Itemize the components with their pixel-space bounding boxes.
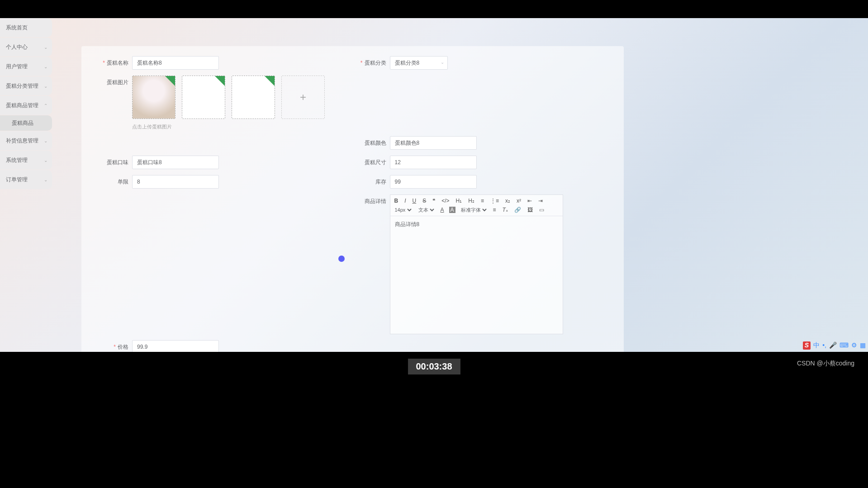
sidebar-item-cake-category[interactable]: 蛋糕分类管理⌄ <box>0 76 52 95</box>
chevron-down-icon: ⌄ <box>44 138 47 143</box>
sidebar-item-label: 蛋糕商品 <box>12 119 33 127</box>
editor-toolbar: B I U S ❝ </> H₁ H₂ ≡ ⋮≡ x₂ x² ⇤ ⇥ <box>390 195 563 216</box>
sidebar-item-system[interactable]: 系统管理⌄ <box>0 151 52 170</box>
sidebar-item-label: 订单管理 <box>6 176 28 184</box>
image-icon[interactable]: 🖼 <box>526 206 534 214</box>
chevron-up-icon: ⌃ <box>44 103 47 108</box>
format-select[interactable]: 文本 <box>417 207 436 213</box>
sidebar-item-label: 用户管理 <box>6 63 28 71</box>
watermark-text: CSDN @小蔡coding <box>797 360 854 368</box>
fontsize-select[interactable]: 14px <box>393 207 413 213</box>
success-corner-icon <box>215 76 225 86</box>
cake-category-label: 蛋糕分类 <box>353 56 390 70</box>
ime-bar: S 中 •, 🎤 ⌨ ⚙ ▦ <box>803 341 866 350</box>
cake-size-input[interactable] <box>390 156 477 169</box>
quote-icon[interactable]: ❝ <box>431 197 436 205</box>
image-upload-hint: 点击上传蛋糕图片 <box>132 123 325 130</box>
rich-text-editor: B I U S ❝ </> H₁ H₂ ≡ ⋮≡ x₂ x² ⇤ ⇥ <box>390 194 563 334</box>
subscript-icon[interactable]: x₂ <box>504 197 512 205</box>
sidebar-item-profile[interactable]: 个人中心⌄ <box>0 38 52 57</box>
code-icon[interactable]: </> <box>440 197 451 205</box>
chevron-down-icon: ⌄ <box>44 64 47 69</box>
sidebar-item-label: 蛋糕分类管理 <box>6 82 38 90</box>
strikethrough-icon[interactable]: S <box>421 197 427 205</box>
limit-input[interactable] <box>132 175 219 189</box>
image-thumb-2[interactable] <box>182 76 225 119</box>
sidebar-item-order[interactable]: 订单管理⌄ <box>0 170 52 189</box>
form-card: 蛋糕名称 蛋糕分类 ⌄ 蛋糕图片 + <box>81 46 624 354</box>
align-icon[interactable]: ≡ <box>492 206 498 214</box>
cake-category-select[interactable]: ⌄ <box>390 56 448 70</box>
image-upload-list: + <box>132 76 325 119</box>
image-thumb-3[interactable] <box>232 76 275 119</box>
cake-size-label: 蛋糕尺寸 <box>353 156 390 169</box>
video-icon[interactable]: ▭ <box>538 206 545 214</box>
stock-label: 库存 <box>353 175 390 189</box>
sidebar-item-label: 补货信息管理 <box>6 137 38 145</box>
font-family-select[interactable]: 标准字体 <box>459 207 488 213</box>
link-icon[interactable]: 🔗 <box>513 206 522 214</box>
success-corner-icon <box>165 76 175 86</box>
h2-icon[interactable]: H₂ <box>467 197 476 205</box>
cursor-indicator <box>338 256 345 262</box>
indent-icon[interactable]: ⇥ <box>537 197 544 205</box>
sidebar: 系统首页 个人中心⌄ 用户管理⌄ 蛋糕分类管理⌄ 蛋糕商品管理⌃ 蛋糕商品 补货… <box>0 18 52 190</box>
sidebar-item-label: 蛋糕商品管理 <box>6 102 38 109</box>
cake-color-label: 蛋糕颜色 <box>353 136 390 150</box>
chevron-down-icon: ⌄ <box>44 158 47 163</box>
font-color-icon[interactable]: A <box>439 206 446 214</box>
ime-punct-icon[interactable]: •, <box>822 341 826 350</box>
cake-flavor-label: 蛋糕口味 <box>95 156 132 169</box>
top-black-bar <box>0 0 868 18</box>
h1-icon[interactable]: H₁ <box>455 197 464 205</box>
chevron-down-icon: ⌄ <box>44 45 47 50</box>
image-upload-button[interactable]: + <box>281 76 325 119</box>
cake-image-label: 蛋糕图片 <box>95 76 132 89</box>
chevron-down-icon: ⌄ <box>44 84 47 89</box>
bold-icon[interactable]: B <box>393 197 400 205</box>
stock-input[interactable] <box>390 175 477 189</box>
sidebar-item-restock[interactable]: 补货信息管理⌄ <box>0 131 52 150</box>
detail-label: 商品详情 <box>353 194 390 208</box>
sidebar-item-cake-product[interactable]: 蛋糕商品管理⌃ <box>0 96 52 115</box>
sidebar-item-label: 个人中心 <box>6 43 28 51</box>
unordered-list-icon[interactable]: ⋮≡ <box>489 197 500 205</box>
clear-format-icon[interactable]: Tₓ <box>501 206 509 214</box>
ime-mic-icon[interactable]: 🎤 <box>829 341 837 350</box>
italic-icon[interactable]: I <box>403 197 407 205</box>
sidebar-item-label: 系统首页 <box>6 24 28 32</box>
cake-name-label: 蛋糕名称 <box>95 56 132 70</box>
main-area: 蛋糕名称 蛋糕分类 ⌄ 蛋糕图片 + <box>0 18 868 352</box>
cake-flavor-input[interactable] <box>132 156 219 169</box>
ordered-list-icon[interactable]: ≡ <box>479 197 485 205</box>
outdent-icon[interactable]: ⇤ <box>526 197 533 205</box>
sidebar-item-users[interactable]: 用户管理⌄ <box>0 57 52 76</box>
cake-color-input[interactable] <box>390 136 477 150</box>
limit-label: 单限 <box>95 175 132 189</box>
ime-logo-icon[interactable]: S <box>803 341 811 350</box>
sidebar-item-label: 系统管理 <box>6 156 28 164</box>
image-thumb-1[interactable] <box>132 76 175 119</box>
ime-settings-icon[interactable]: ⚙ <box>851 341 857 350</box>
ime-lang-icon[interactable]: 中 <box>813 341 820 350</box>
underline-icon[interactable]: U <box>411 197 418 205</box>
ime-more-icon[interactable]: ▦ <box>860 341 866 350</box>
success-corner-icon <box>265 76 275 86</box>
superscript-icon[interactable]: x² <box>515 197 522 205</box>
editor-content[interactable]: 商品详情8 <box>390 216 563 334</box>
ime-keyboard-icon[interactable]: ⌨ <box>840 341 849 350</box>
cake-name-input[interactable] <box>132 56 219 70</box>
sidebar-item-cake-product-sub[interactable]: 蛋糕商品 <box>0 115 52 131</box>
bg-color-icon[interactable]: A <box>449 207 455 213</box>
sidebar-item-home[interactable]: 系统首页 <box>0 18 52 37</box>
chevron-down-icon: ⌄ <box>44 177 47 182</box>
cake-category-value[interactable] <box>390 56 448 70</box>
video-timer: 00:03:38 <box>408 359 460 374</box>
